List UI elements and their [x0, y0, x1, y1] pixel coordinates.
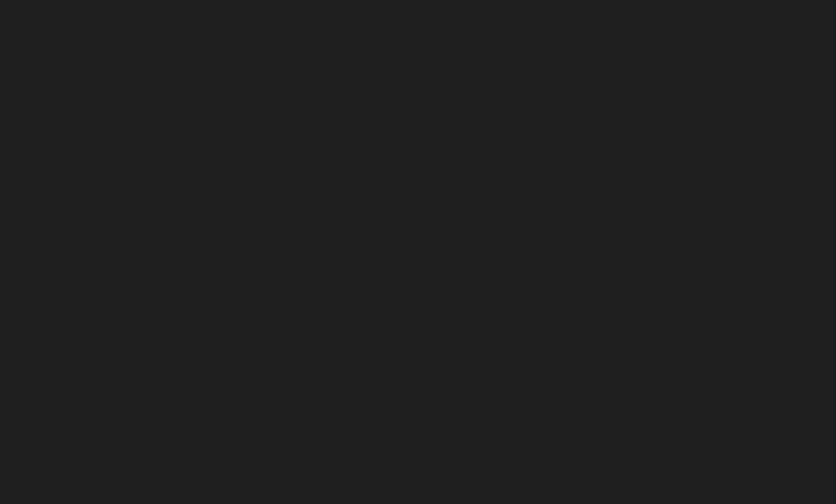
3d-viewport[interactable] — [0, 0, 836, 504]
viewport-canvas[interactable] — [0, 0, 836, 504]
